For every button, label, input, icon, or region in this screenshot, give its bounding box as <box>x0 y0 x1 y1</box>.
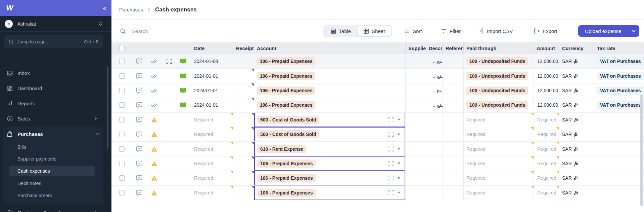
account-cell-actions[interactable] <box>388 146 401 151</box>
cell-date[interactable]: Required <box>191 156 233 171</box>
cell-account[interactable]: 106 - Prepaid Expenses <box>254 98 406 112</box>
cell-amount[interactable]: Required <box>534 186 559 200</box>
account-dropdown-cell[interactable]: 106 - Prepaid Expenses <box>254 186 405 200</box>
cell-currency[interactable]: SAR <box>559 127 594 141</box>
cell-amount[interactable]: Required <box>534 156 559 171</box>
sidebar-item-reports[interactable]: Reports <box>0 97 103 109</box>
cell-currency[interactable]: SAR <box>559 69 594 83</box>
dropdown-caret-icon[interactable] <box>397 133 401 135</box>
cell-account[interactable]: 610 - Rent Expense <box>254 142 406 156</box>
dropdown-caret-icon[interactable] <box>397 119 401 121</box>
cell-reference[interactable] <box>443 54 464 68</box>
cell-paid-through[interactable]: Required <box>464 171 534 185</box>
expand-cell-icon[interactable] <box>388 132 394 137</box>
cell-description[interactable] <box>426 142 443 156</box>
breadcrumb-parent[interactable]: Purchases <box>119 7 143 12</box>
column-header-supplier[interactable]: Supplier <box>406 42 426 54</box>
cell-supplier[interactable] <box>406 54 426 68</box>
cell-account[interactable]: 106 - Prepaid Expenses <box>254 156 406 171</box>
cell-supplier[interactable] <box>406 98 426 112</box>
cell-receipt[interactable] <box>233 83 254 98</box>
account-cell-actions[interactable] <box>388 117 401 122</box>
cell-paid-through[interactable]: 100 - Undeposited Funds <box>464 54 534 68</box>
cell-description[interactable] <box>426 156 443 171</box>
cell-account[interactable]: 500 - Cost of Goods Sold <box>254 113 406 127</box>
column-header-account[interactable]: Account <box>254 42 406 54</box>
cell-amount[interactable]: 12,000.00 <box>534 98 559 112</box>
cell-receipt[interactable] <box>233 186 254 200</box>
cell-supplier[interactable] <box>406 69 426 83</box>
expand-row-icon[interactable] <box>167 59 172 64</box>
sidebar-item-cash-expenses[interactable]: Cash expenses <box>3 166 103 176</box>
view-table-button[interactable]: Table <box>324 26 358 36</box>
cell-amount[interactable]: Required <box>534 127 559 141</box>
sidebar-item-purchases[interactable]: Purchases <box>3 128 103 140</box>
cell-description[interactable]: ـتج... <box>426 83 443 98</box>
column-header-reference[interactable]: Reference <box>443 42 464 54</box>
cell-account[interactable]: 106 - Prepaid Expenses <box>254 186 406 200</box>
cell-currency[interactable]: SAR <box>559 186 594 200</box>
cell-date[interactable]: 2024-01-08 <box>191 54 233 68</box>
collapse-sidebar-icon[interactable]: « <box>103 5 105 12</box>
account-cell-actions[interactable] <box>388 190 401 195</box>
row-checkbox[interactable] <box>119 190 125 196</box>
account-dropdown-cell[interactable]: 106 - Prepaid Expenses <box>254 171 405 185</box>
cell-paid-through[interactable]: 100 - Undeposited Funds <box>464 69 534 83</box>
cell-account[interactable]: 106 - Prepaid Expenses <box>254 171 406 185</box>
cell-paid-through[interactable]: Required <box>464 113 534 127</box>
view-sheet-button[interactable]: Sheet <box>358 26 392 36</box>
cell-receipt[interactable] <box>233 54 254 68</box>
column-header-date[interactable]: Date <box>191 42 233 54</box>
cell-reference[interactable] <box>443 127 464 141</box>
row-checkbox[interactable] <box>119 88 125 93</box>
cell-amount[interactable]: Required <box>534 171 559 185</box>
cell-reference[interactable] <box>443 171 464 185</box>
cell-amount[interactable]: 12,000.00 <box>534 54 559 68</box>
import-csv-button[interactable]: Import CSV <box>478 25 513 37</box>
dropdown-caret-icon[interactable] <box>397 177 401 179</box>
select-all-checkbox[interactable] <box>119 46 125 51</box>
column-header-description[interactable]: Description <box>426 42 443 54</box>
sidebar-item-supplier-payments[interactable]: Supplier payments <box>3 153 103 164</box>
account-dropdown-cell[interactable]: 610 - Rent Expense <box>254 142 405 156</box>
table-scrollbar[interactable] <box>640 95 643 206</box>
dropdown-caret-icon[interactable] <box>397 192 401 194</box>
cell-date[interactable]: 2024-01-01 <box>191 83 233 98</box>
cell-currency[interactable]: SAR <box>559 171 594 185</box>
cell-currency[interactable]: SAR <box>559 142 594 156</box>
search-input[interactable]: Search <box>120 28 148 34</box>
row-checkbox[interactable] <box>119 73 125 79</box>
cell-date[interactable]: Required <box>191 113 233 127</box>
row-checkbox[interactable] <box>119 146 125 152</box>
cell-paid-through[interactable]: 100 - Undeposited Funds <box>464 83 534 98</box>
row-checkbox[interactable] <box>119 132 125 137</box>
cell-receipt[interactable] <box>233 142 254 156</box>
account-dropdown-cell[interactable]: 106 - Prepaid Expenses <box>254 156 405 171</box>
column-header-amount[interactable]: Amount <box>534 42 559 54</box>
add-note-icon[interactable] <box>136 190 142 196</box>
sidebar-item-bills[interactable]: Bills <box>3 142 103 152</box>
sidebar-item-purchase-orders[interactable]: Purchase orders <box>3 190 103 201</box>
add-note-icon[interactable] <box>136 102 142 108</box>
cell-date[interactable]: Required <box>191 171 233 185</box>
account-cell-actions[interactable] <box>388 132 401 137</box>
cell-date[interactable]: Required <box>191 186 233 200</box>
cell-paid-through[interactable]: Required <box>464 127 534 141</box>
cell-receipt[interactable] <box>233 156 254 171</box>
cell-supplier[interactable] <box>406 171 426 185</box>
export-button[interactable]: Export <box>534 25 557 37</box>
cell-receipt[interactable] <box>233 171 254 185</box>
cell-reference[interactable] <box>443 83 464 98</box>
cell-account[interactable]: 500 - Cost of Goods Sold <box>254 127 406 141</box>
cell-tax-rate[interactable] <box>594 171 644 185</box>
add-note-icon[interactable] <box>136 131 142 137</box>
column-header-select[interactable] <box>111 42 191 54</box>
cell-reference[interactable] <box>443 113 464 127</box>
cell-account[interactable]: 106 - Prepaid Expenses <box>254 54 406 68</box>
cell-currency[interactable]: SAR <box>559 156 594 171</box>
add-note-icon[interactable] <box>136 146 142 152</box>
cell-amount[interactable]: 12,000.00 <box>534 69 559 83</box>
expand-cell-icon[interactable] <box>388 190 394 195</box>
cell-tax-rate[interactable]: VAT on Purchases <box>594 69 644 83</box>
cell-tax-rate[interactable] <box>594 127 644 141</box>
